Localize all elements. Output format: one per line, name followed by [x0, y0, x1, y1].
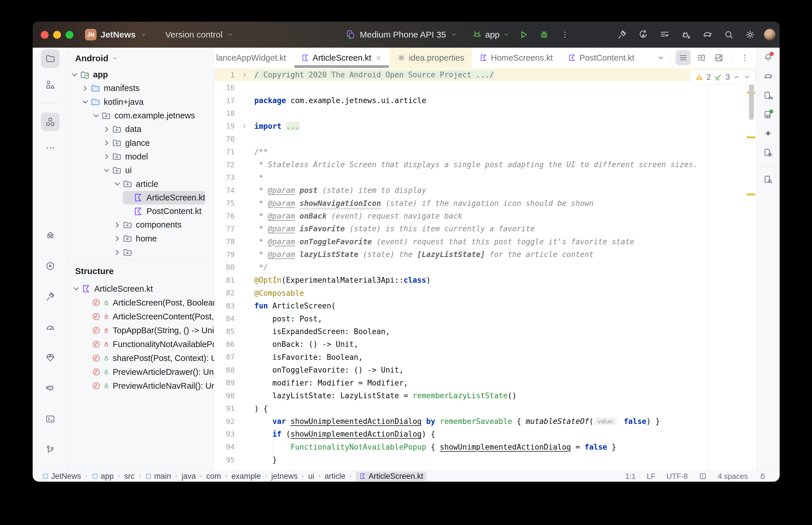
tool-window-more-tool-windows[interactable] — [41, 139, 60, 157]
tree-item-article[interactable]: article — [68, 177, 214, 191]
tab-ArticleScreen.kt[interactable]: ArticleScreen.kt — [294, 48, 390, 68]
code-line-83[interactable]: 83 fun ArticleScreen( — [215, 299, 756, 312]
tree-item-glance[interactable]: glance — [68, 136, 214, 150]
breadcrumb-com[interactable]: com — [206, 472, 221, 481]
code-line-79[interactable]: 79 * @param lazyListState (state) the [L… — [215, 248, 756, 261]
gradle-sync-button[interactable] — [700, 27, 715, 42]
tool-window-profiler[interactable] — [41, 318, 60, 336]
bug-rerun-button[interactable] — [679, 27, 694, 42]
line-ending[interactable]: LF — [647, 472, 655, 481]
inspections-widget[interactable]: 2 3 — [690, 69, 756, 85]
warning-stripe-mark[interactable] — [747, 194, 755, 195]
code-line-18[interactable]: 18 — [215, 107, 756, 120]
split-view-button[interactable] — [694, 50, 709, 65]
structure-item[interactable]: TopAppBar(String, () -> Unit, — [68, 324, 214, 337]
code-line-72[interactable]: 72 * Stateless Article Screen that displ… — [215, 158, 756, 171]
tab-HomeScreens.kt[interactable]: HomeScreens.kt — [472, 48, 560, 68]
code-line-95[interactable]: 95 } — [215, 453, 756, 466]
breadcrumb-java[interactable]: java — [181, 472, 196, 481]
tree-item-data[interactable]: data — [68, 122, 214, 136]
code-line-90[interactable]: 90 lazyListState: LazyListState = rememb… — [215, 389, 756, 402]
code-line-82[interactable]: 82 @Composable — [215, 286, 756, 299]
structure-item[interactable]: PreviewArticleDrawer(): Unit — [68, 365, 214, 379]
fold-arrow-icon[interactable] — [235, 122, 254, 130]
code-line-74[interactable]: 74 * @param post (state) item to display — [215, 184, 756, 197]
breadcrumb-ArticleScreen.kt[interactable]: ArticleScreen.kt — [356, 471, 427, 481]
tab-idea.properties[interactable]: idea.properties — [390, 48, 472, 68]
code-line-77[interactable]: 77 * @param isFavorite (state) is this i… — [215, 222, 756, 235]
code-line-75[interactable]: 75 * @param showNavigationIcon (state) i… — [215, 197, 756, 209]
structure-item[interactable]: ArticleScreen(Post, Boolean, — [68, 296, 214, 310]
breadcrumb-JetNews[interactable]: JetNews — [42, 472, 81, 481]
debug-button[interactable] — [536, 27, 552, 42]
tab-lanceAppWidget.kt[interactable]: lanceAppWidget.kt — [215, 48, 294, 68]
tree-item-kotlin+java[interactable]: kotlin+java — [68, 95, 214, 109]
code-line-73[interactable]: 73 * — [215, 171, 756, 184]
structure-item[interactable]: FunctionalityNotAvailablePop — [68, 337, 214, 351]
run-configuration-selector[interactable]: app — [472, 29, 510, 40]
code-line-94[interactable]: 94 FunctionalityNotAvailablePopup { show… — [215, 441, 756, 453]
tool-window-detective[interactable] — [41, 226, 60, 244]
tool-window-device-mirroring[interactable] — [761, 145, 776, 160]
tree-item-com.example.jetnews[interactable]: com.example.jetnews — [68, 109, 214, 122]
close-tab-icon[interactable] — [375, 54, 382, 61]
more-run-options-button[interactable] — [558, 27, 573, 42]
breadcrumb-app[interactable]: app — [92, 472, 114, 481]
settings-button[interactable] — [743, 27, 758, 42]
breadcrumb-ui[interactable]: ui — [308, 472, 314, 481]
code-line-85[interactable]: 85 isExpandedScreen: Boolean, — [215, 325, 756, 338]
chevron-right-icon[interactable] — [112, 233, 122, 244]
tool-window-resource-manager[interactable] — [41, 75, 60, 94]
structure-item[interactable]: ArticleScreenContent(Post, () — [68, 310, 214, 324]
code-line-1[interactable]: 1 / Copyright 2020 The Android Open Sour… — [215, 69, 756, 81]
project-name-menu[interactable]: JetNews — [101, 30, 136, 40]
file-encoding[interactable]: UTF-8 — [666, 472, 688, 481]
tool-window-project-folder[interactable] — [41, 49, 60, 68]
chevron-down-icon[interactable] — [91, 110, 101, 121]
code-line-76[interactable]: 76 * @param onBack (event) request navig… — [215, 210, 756, 222]
tree-item-home[interactable]: home — [68, 232, 214, 245]
code-line-84[interactable]: 84 post: Post, — [215, 312, 756, 325]
chevron-right-icon[interactable] — [112, 220, 122, 230]
chevron-right-icon[interactable] — [101, 151, 112, 162]
tool-window-gradle[interactable] — [761, 69, 776, 84]
fold-arrow-icon[interactable] — [235, 71, 254, 78]
code-line-88[interactable]: 88 onToggleFavorite: () -> Unit, — [215, 363, 756, 376]
tool-window-services[interactable] — [41, 257, 60, 275]
tool-window-version-control[interactable] — [41, 440, 60, 459]
code-line-87[interactable]: 87 isFavorite: Boolean, — [215, 351, 756, 363]
tree-item-ArticleScreen.kt[interactable]: ArticleScreen.kt — [68, 191, 214, 205]
code-view-button[interactable] — [676, 50, 691, 65]
chevron-down-icon[interactable] — [112, 179, 122, 189]
tab-PostContent.kt[interactable]: PostContent.kt — [560, 48, 642, 68]
code-editor[interactable]: 1 / Copyright 2020 The Android Open Sour… — [215, 68, 756, 470]
tool-window-device-explorer[interactable] — [761, 172, 776, 187]
code-line-89[interactable]: 89 modifier: Modifier = Modifier, — [215, 377, 756, 389]
tree-item-components[interactable]: components — [68, 218, 214, 231]
close-window-button[interactable] — [41, 31, 48, 39]
device-selector[interactable]: Medium Phone API 35 — [345, 22, 458, 48]
editor-options-button[interactable] — [737, 50, 752, 65]
tool-window-device-manager[interactable] — [761, 88, 776, 103]
code-line-17[interactable]: 17 package com.example.jetnews.ui.articl… — [215, 94, 756, 107]
refresh-a-button[interactable] — [636, 27, 651, 42]
code-line-78[interactable]: 78 * @param onToggleFavorite (event) req… — [215, 235, 756, 248]
indent-setting[interactable]: 4 spaces — [718, 472, 748, 481]
structure-item[interactable]: sharePost(Post, Context): Un — [68, 351, 214, 365]
chevron-right-icon[interactable] — [101, 124, 112, 135]
tool-window-gem[interactable] — [41, 348, 60, 367]
tree-item-PostContent.kt[interactable]: PostContent.kt — [68, 205, 214, 218]
chevron-down-icon[interactable] — [80, 97, 90, 107]
zoom-window-button[interactable] — [65, 31, 73, 39]
code-line-16[interactable]: 16 — [215, 81, 756, 94]
chevron-down-icon[interactable] — [69, 70, 80, 80]
tree-item-ui[interactable]: ui — [68, 163, 214, 177]
next-problem-icon[interactable] — [743, 73, 751, 81]
chevron-right-icon[interactable] — [80, 83, 90, 93]
hammer-button[interactable] — [614, 27, 629, 42]
notifications-status-icon[interactable] — [699, 472, 707, 480]
code-line-92[interactable]: 92 var showUnimplementedActionDialog by … — [215, 415, 756, 428]
tool-window-terminal[interactable] — [41, 410, 60, 428]
code-line-71[interactable]: 71 /** — [215, 146, 756, 158]
tree-item-app[interactable]: app — [68, 68, 214, 81]
